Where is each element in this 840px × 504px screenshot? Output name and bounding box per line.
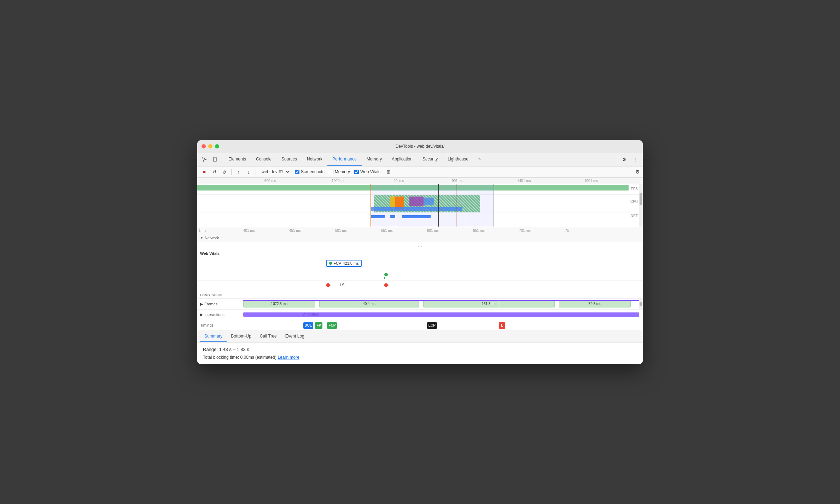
clear-button[interactable]: ⊘ — [220, 168, 228, 176]
timing-fcp[interactable]: FCP — [327, 322, 337, 329]
ls-row: LS — [197, 281, 643, 292]
timings-row: Timings DCL FP FCP LCP L — [197, 320, 643, 331]
tab-application[interactable]: Application — [387, 153, 418, 166]
nav-icons — [200, 155, 219, 164]
web-vitals-section: Web Vitals FCP 421.8 ms LS — [197, 249, 643, 299]
interactions-expand-icon: ▶ — [200, 312, 203, 317]
memory-checkbox[interactable] — [329, 170, 333, 174]
cpu-label: CPU — [630, 200, 638, 204]
frames-content: 1072.5 ms 40.4 ms 161.3 ms 59.8 ms — [243, 299, 643, 309]
tab-call-tree[interactable]: Call Tree — [256, 331, 281, 342]
window-title: DevTools - web.dev/vitals/ — [396, 144, 445, 149]
timing-lcp[interactable]: LCP — [427, 322, 437, 329]
close-button[interactable] — [202, 144, 206, 148]
devtools-nav: Elements Console Sources Network Perform… — [197, 153, 643, 166]
network-section-header[interactable]: ▼ Network — [197, 234, 643, 242]
minimize-button[interactable] — [208, 144, 212, 148]
orange-timeline-line — [371, 184, 371, 227]
ruler-401ms: 401 ms — [243, 229, 255, 233]
red-marker-line — [456, 184, 456, 227]
screenshots-checkbox[interactable] — [295, 170, 299, 174]
timeline-main: 1 ms 401 ms 451 ms 501 ms 551 ms 601 ms … — [197, 227, 643, 331]
ruler-551ms: 551 ms — [381, 229, 393, 233]
selected-region[interactable] — [371, 184, 494, 227]
tab-more[interactable]: » — [473, 153, 486, 166]
web-vitals-checkbox-label[interactable]: Web Vitals — [354, 169, 380, 174]
tab-security[interactable]: Security — [418, 153, 443, 166]
tab-network[interactable]: Network — [302, 153, 327, 166]
record-button[interactable]: ● — [200, 168, 209, 176]
tab-elements[interactable]: Elements — [223, 153, 251, 166]
tab-lighthouse[interactable]: Lighthouse — [443, 153, 473, 166]
frames-scrollbar-thumb[interactable] — [640, 302, 642, 306]
tab-memory[interactable]: Memory — [362, 153, 387, 166]
interactions-label[interactable]: ▶ Interactions — [197, 310, 243, 320]
ruler-701ms: 701 ms — [519, 229, 531, 233]
web-vitals-checkbox[interactable] — [354, 170, 359, 174]
nav-tabs: Elements Console Sources Network Perform… — [223, 153, 614, 166]
screenshots-checkbox-label[interactable]: Screenshots — [295, 169, 325, 174]
timings-label: Timings — [197, 320, 243, 330]
tab-console[interactable]: Console — [251, 153, 276, 166]
export-button[interactable]: ↓ — [244, 168, 253, 176]
import-button[interactable]: ↑ — [234, 168, 243, 176]
marker-line — [438, 184, 439, 227]
fcp-dot — [329, 262, 332, 265]
long-tasks-header: LONG TASKS — [197, 292, 643, 299]
session-select[interactable]: web.dev #1 — [259, 168, 291, 175]
capture-settings-button[interactable]: ⚙ — [635, 169, 640, 175]
tab-sources[interactable]: Sources — [276, 153, 302, 166]
playhead-line — [396, 184, 396, 227]
learn-more-link[interactable]: Learn more — [278, 355, 299, 360]
ruler-tick-1901: 1901 ms — [584, 179, 598, 183]
delete-button[interactable]: 🗑 — [385, 168, 392, 175]
ruler-651ms: 651 ms — [473, 229, 485, 233]
net-label: NET — [631, 214, 638, 218]
ruler-75: 75 — [565, 229, 569, 233]
frames-label[interactable]: ▶ Frames — [197, 299, 243, 309]
devtools-settings-button[interactable]: ⚙ — [620, 155, 629, 164]
ruler-tick-500: 500 ms — [264, 179, 276, 183]
frames-scrollbar[interactable] — [639, 299, 643, 309]
interaction-track-bar — [243, 300, 643, 301]
web-vitals-label: Web Vitals — [360, 169, 380, 174]
frame-3-label: 161.3 ms — [482, 302, 496, 306]
fcp-badge[interactable]: FCP 421.8 ms — [326, 260, 361, 267]
overview-scrollbar[interactable] — [639, 184, 643, 227]
maximize-button[interactable] — [215, 144, 219, 148]
web-vitals-title: Web Vitals — [197, 249, 643, 258]
devtools-more-button[interactable]: ⋮ — [631, 155, 640, 164]
ruler-1ms: 1 ms — [199, 229, 206, 233]
network-expand-icon: ▼ — [200, 236, 203, 240]
timings-text: Timings — [200, 323, 214, 327]
frame-bar-4[interactable]: 59.8 ms — [559, 300, 631, 307]
tab-event-log[interactable]: Event Log — [281, 331, 309, 342]
timing-l[interactable]: L — [499, 322, 505, 329]
titlebar: DevTools - web.dev/vitals/ — [197, 140, 643, 153]
frames-expand-icon: ▶ — [200, 302, 203, 306]
mobile-icon[interactable] — [211, 155, 219, 164]
frame-bar-1[interactable]: 1072.5 ms — [243, 300, 315, 307]
timing-fp[interactable]: FP — [315, 322, 322, 329]
ruler-tick-1000: 1000 ms — [332, 179, 345, 183]
scrollbar-thumb[interactable] — [640, 193, 642, 205]
nav-right: ⚙ ⋮ — [617, 155, 640, 164]
summary-panel: Range: 1.43 s – 1.83 s Total blocking ti… — [197, 342, 643, 364]
fps-label: FPS — [631, 187, 638, 191]
overview-area[interactable]: FPS CPU NET — [197, 184, 643, 227]
toolbar: ● ↺ ⊘ ↑ ↓ web.dev #1 Screenshots Memory … — [197, 166, 643, 178]
tab-bottom-up[interactable]: Bottom-Up — [227, 331, 255, 342]
frame-bar-3[interactable]: 161.3 ms — [423, 300, 555, 307]
fcp-value: 421.8 ms — [343, 261, 358, 265]
tab-performance[interactable]: Performance — [327, 153, 362, 166]
memory-checkbox-label[interactable]: Memory — [329, 169, 350, 174]
reload-button[interactable]: ↺ — [210, 168, 218, 176]
cursor-icon[interactable] — [200, 155, 209, 164]
tab-summary[interactable]: Summary — [200, 331, 227, 342]
network-section-label: Network — [205, 236, 219, 240]
fcp-label: FCP — [333, 261, 341, 265]
timing-dcl[interactable]: DCL — [303, 322, 314, 329]
range-text: Range: 1.43 s – 1.83 s — [203, 347, 637, 352]
ruler-451ms: 451 ms — [289, 229, 301, 233]
frame-bar-2[interactable]: 40.4 ms — [319, 300, 419, 307]
